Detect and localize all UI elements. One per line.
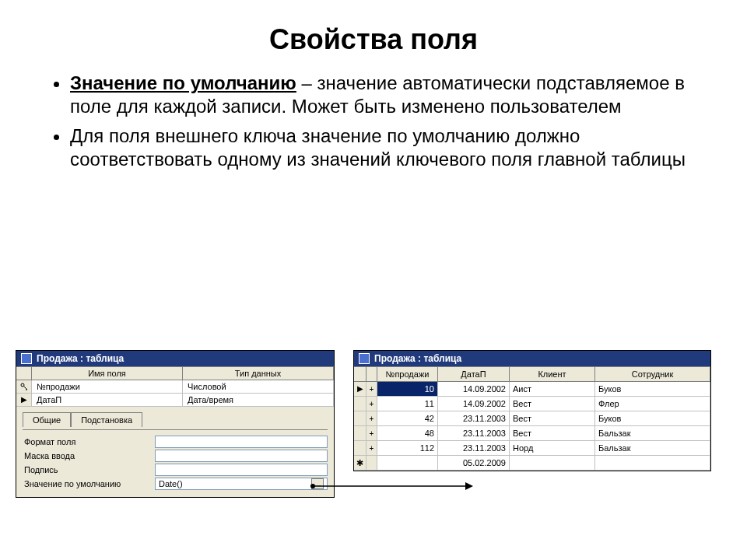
- design-row-1[interactable]: ▶ ДатаП Дата/время: [16, 394, 334, 407]
- row-marker: [354, 397, 366, 411]
- row-marker-current: ▶: [16, 394, 32, 406]
- tab-general[interactable]: Общие: [23, 412, 71, 427]
- cell-client[interactable]: Вест: [510, 411, 595, 425]
- field-type-0[interactable]: Числовой: [183, 380, 334, 393]
- prop-caption: Подпись: [23, 463, 328, 477]
- col-datatype: Тип данных: [183, 367, 334, 380]
- cell-emp[interactable]: Буков: [595, 382, 710, 396]
- field-properties: Общие Подстановка Формат поля Маска ввод…: [16, 407, 334, 497]
- col-id[interactable]: №продажи: [377, 367, 438, 381]
- cell-emp[interactable]: Флер: [595, 397, 710, 411]
- panels-row: Продажа : таблица Имя поля Тип данных №п…: [16, 350, 731, 498]
- cell-id[interactable]: 48: [377, 426, 438, 440]
- datasheet: №продажи ДатаП Клиент Сотрудник ▶ + 10 1…: [354, 366, 710, 471]
- expand-icon[interactable]: +: [366, 441, 377, 455]
- cell-date[interactable]: 23.11.2003: [438, 441, 510, 455]
- slide: Свойства поля Значение по умолчанию – зн…: [0, 0, 747, 560]
- prop-default-input[interactable]: Date() …: [155, 478, 328, 490]
- table-row-new[interactable]: ✱ 05.02.2009: [354, 456, 710, 471]
- row-marker: [354, 411, 366, 425]
- titlebar-right: Продажа : таблица: [354, 351, 710, 366]
- cell-client[interactable]: Норд: [510, 441, 595, 455]
- cell-client[interactable]: [510, 456, 595, 470]
- sheet-header: №продажи ДатаП Клиент Сотрудник: [354, 366, 710, 382]
- design-row-0[interactable]: №продажи Числовой: [16, 380, 334, 394]
- table-row[interactable]: + 112 23.11.2003 Норд Бальзак: [354, 441, 710, 456]
- current-row-icon: ▶: [357, 385, 363, 393]
- cell-date[interactable]: 14.09.2002: [438, 397, 510, 411]
- field-name-1[interactable]: ДатаП: [32, 394, 183, 406]
- prop-mask: Маска ввода: [23, 449, 328, 463]
- cell-id[interactable]: 42: [377, 411, 438, 425]
- row-selector-header: [16, 367, 32, 380]
- datasheet-icon: [21, 353, 32, 364]
- cell-emp[interactable]: [595, 456, 710, 470]
- cell-id[interactable]: [377, 456, 438, 470]
- titlebar-left: Продажа : таблица: [16, 351, 334, 366]
- prop-format-input[interactable]: [155, 436, 328, 448]
- svg-line-1: [23, 387, 27, 390]
- row-marker: [354, 441, 366, 455]
- prop-default-value: Date(): [159, 479, 183, 488]
- row-marker: ▶: [354, 382, 366, 396]
- bullet-1: Значение по умолчанию – значение автомат…: [70, 72, 716, 118]
- window-title-right: Продажа : таблица: [374, 353, 461, 364]
- row-marker-key: [16, 380, 32, 393]
- expand-icon: [366, 456, 377, 470]
- cell-emp[interactable]: Бальзак: [595, 426, 710, 440]
- current-row-icon: ▶: [21, 396, 27, 404]
- prop-default: Значение по умолчанию Date() …: [23, 477, 328, 491]
- field-type-1[interactable]: Дата/время: [183, 394, 334, 406]
- bullet-list: Значение по умолчанию – значение автомат…: [31, 72, 716, 171]
- expand-icon[interactable]: +: [366, 411, 377, 425]
- field-name-0[interactable]: №продажи: [32, 380, 183, 393]
- cell-client[interactable]: Аист: [510, 382, 595, 396]
- cell-id[interactable]: 112: [377, 441, 438, 455]
- props-tabs: Общие Подстановка: [23, 411, 328, 426]
- window-title-left: Продажа : таблица: [37, 353, 124, 364]
- table-row[interactable]: ▶ + 10 14.09.2002 Аист Буков: [354, 382, 710, 397]
- svg-point-0: [21, 383, 24, 387]
- cell-emp[interactable]: Бальзак: [595, 441, 710, 455]
- key-icon: [20, 383, 28, 390]
- prop-mask-input[interactable]: [155, 450, 328, 462]
- bullet-2: Для поля внешнего ключа значение по умол…: [70, 124, 716, 171]
- row-marker-new: ✱: [354, 456, 366, 470]
- expand-icon[interactable]: +: [366, 426, 377, 440]
- prop-caption-input[interactable]: [155, 464, 328, 476]
- rowsel-header: [354, 367, 366, 381]
- col-date[interactable]: ДатаП: [438, 367, 510, 381]
- datasheet-window: Продажа : таблица №продажи ДатаП Клиент …: [353, 350, 711, 471]
- cell-date[interactable]: 23.11.2003: [438, 426, 510, 440]
- cell-date[interactable]: 05.02.2009: [438, 456, 510, 470]
- table-row[interactable]: + 48 23.11.2003 Вест Бальзак: [354, 426, 710, 441]
- cell-id[interactable]: 11: [377, 397, 438, 411]
- new-row-icon: ✱: [356, 458, 363, 468]
- design-grid: Имя поля Тип данных №продажи Числовой ▶ …: [16, 366, 334, 407]
- col-client[interactable]: Клиент: [510, 367, 595, 381]
- expand-icon[interactable]: +: [366, 382, 377, 396]
- cell-emp[interactable]: Буков: [595, 411, 710, 425]
- expand-header: [366, 367, 377, 381]
- expand-icon[interactable]: +: [366, 397, 377, 411]
- cell-id[interactable]: 10: [377, 382, 438, 396]
- page-title: Свойства поля: [31, 23, 716, 56]
- cell-date[interactable]: 23.11.2003: [438, 411, 510, 425]
- design-header: Имя поля Тип данных: [16, 367, 334, 380]
- cell-client[interactable]: Вест: [510, 426, 595, 440]
- cell-date[interactable]: 14.09.2002: [438, 382, 510, 396]
- builder-button[interactable]: …: [311, 478, 324, 489]
- design-window: Продажа : таблица Имя поля Тип данных №п…: [16, 350, 335, 498]
- tab-lookup[interactable]: Подстановка: [71, 412, 142, 427]
- col-emp[interactable]: Сотрудник: [595, 367, 710, 381]
- table-row[interactable]: + 42 23.11.2003 Вест Буков: [354, 411, 710, 426]
- cell-client[interactable]: Вест: [510, 397, 595, 411]
- props-rows: Формат поля Маска ввода Подпись Значение…: [23, 429, 328, 491]
- table-row[interactable]: + 11 14.09.2002 Вест Флер: [354, 397, 710, 411]
- row-marker: [354, 426, 366, 440]
- col-fieldname: Имя поля: [32, 367, 183, 380]
- datasheet-icon: [359, 353, 370, 364]
- prop-format: Формат поля: [23, 435, 328, 449]
